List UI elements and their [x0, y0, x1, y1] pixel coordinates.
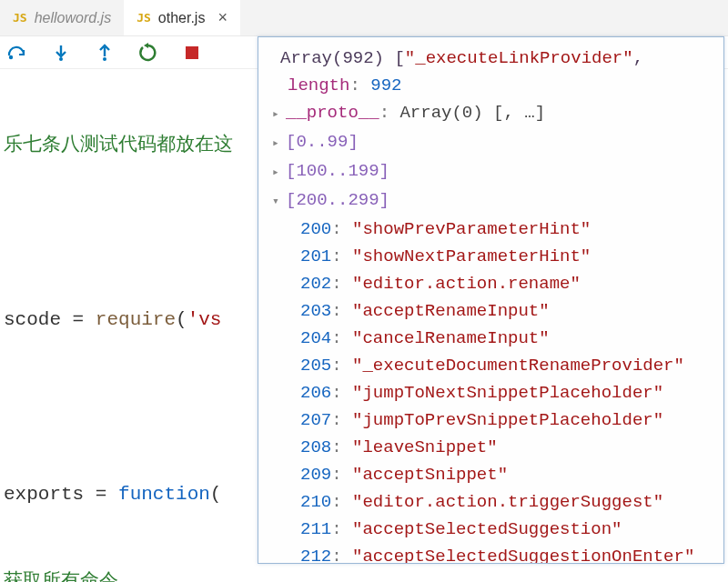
inspector-entry[interactable]: 204: "cancelRenameInput": [271, 325, 714, 352]
entry-value: "editor.action.rename": [352, 274, 581, 294]
inspector-entry[interactable]: 200: "showPrevParameterHint": [271, 216, 714, 243]
close-icon[interactable]: ×: [217, 8, 228, 27]
step-out-icon: [97, 44, 112, 62]
tab-other[interactable]: JS other.js ×: [124, 0, 240, 35]
entry-value: "jumpToNextSnippetPlaceholder": [352, 383, 663, 403]
entry-value: "acceptSnippet": [352, 465, 508, 485]
step-into-button[interactable]: [49, 41, 73, 65]
entry-index: 210: [300, 492, 331, 512]
inspector-entry[interactable]: 210: "editor.action.triggerSuggest": [271, 488, 714, 516]
restart-icon: [138, 43, 158, 63]
js-icon: JS: [13, 11, 27, 25]
svg-point-2: [59, 57, 63, 61]
restart-button[interactable]: [136, 41, 160, 65]
entry-value: "showNextParameterHint": [352, 246, 591, 266]
inspector-range[interactable]: [200..299]: [271, 186, 714, 216]
entry-value: "editor.action.triggerSuggest": [352, 492, 663, 512]
tab-label: helloword.js: [35, 10, 111, 26]
caret-icon: [271, 101, 280, 128]
entry-value: "_executeDocumentRenameProvider": [352, 356, 684, 376]
tab-helloword[interactable]: JS helloword.js: [0, 0, 124, 35]
entry-index: 212: [300, 547, 331, 564]
step-out-button[interactable]: [93, 41, 116, 65]
stop-icon: [186, 46, 198, 59]
tab-label: other.js: [158, 10, 206, 26]
js-icon: JS: [136, 11, 151, 25]
entry-value: "acceptSelectedSuggestionOnEnter": [352, 547, 694, 564]
inspector-range[interactable]: [0..99]: [271, 128, 714, 157]
entry-index: 211: [300, 519, 331, 539]
range-label: [100..199]: [286, 161, 389, 181]
entry-index: 200: [300, 219, 331, 239]
range-label: [0..99]: [286, 132, 359, 152]
entry-index: 208: [300, 437, 331, 457]
step-into-icon: [54, 44, 68, 62]
svg-point-0: [9, 55, 13, 58]
entry-index: 204: [300, 328, 331, 348]
entry-index: 205: [300, 356, 331, 376]
debug-inspector-popup[interactable]: Array(992) ["_executeLinkProvider", leng…: [258, 36, 724, 564]
inspector-entry[interactable]: 206: "jumpToNextSnippetPlaceholder": [271, 379, 714, 406]
entry-value: "cancelRenameInput": [352, 328, 550, 348]
editor-tabs: JS helloword.js JS other.js ×: [0, 0, 728, 36]
inspector-entry[interactable]: 209: "acceptSnippet": [271, 461, 714, 488]
entry-value: "acceptRenameInput": [352, 301, 550, 321]
inspector-entry[interactable]: 211: "acceptSelectedSuggestion": [271, 516, 714, 543]
caret-icon: [271, 188, 280, 216]
entry-value: "jumpToPrevSnippetPlaceholder": [352, 410, 663, 430]
inspector-header: Array(992) ["_executeLinkProvider",: [271, 45, 714, 72]
inspector-entry[interactable]: 201: "showNextParameterHint": [271, 243, 714, 270]
inspector-entry[interactable]: 208: "leaveSnippet": [271, 434, 714, 461]
step-over-icon: [7, 45, 27, 61]
inspector-entry[interactable]: 212: "acceptSelectedSuggestionOnEnter": [271, 543, 714, 564]
inspector-entry[interactable]: 205: "_executeDocumentRenameProvider": [271, 352, 714, 379]
inspector-proto[interactable]: __proto__: Array(0) [, …]: [271, 99, 714, 128]
inspector-range[interactable]: [100..199]: [271, 157, 714, 186]
stop-button[interactable]: [180, 41, 204, 65]
entry-index: 209: [300, 465, 331, 485]
entry-index: 207: [300, 410, 331, 430]
inspector-entry[interactable]: 207: "jumpToPrevSnippetPlaceholder": [271, 406, 714, 434]
inspector-entry[interactable]: 203: "acceptRenameInput": [271, 297, 714, 325]
entry-index: 203: [300, 301, 331, 321]
code-line: 获取所有命令: [0, 567, 728, 582]
inspector-entry[interactable]: 202: "editor.action.rename": [271, 270, 714, 297]
entry-value: "showPrevParameterHint": [352, 219, 591, 239]
entry-index: 201: [300, 246, 331, 266]
svg-point-4: [103, 57, 106, 61]
caret-icon: [271, 159, 280, 186]
range-label: [200..299]: [286, 190, 389, 210]
entry-value: "leaveSnippet": [352, 437, 498, 457]
entry-index: 202: [300, 274, 331, 294]
entry-index: 206: [300, 383, 331, 403]
entry-value: "acceptSelectedSuggestion": [352, 519, 622, 539]
step-over-button[interactable]: [5, 41, 29, 65]
inspector-length: length: 992: [271, 72, 714, 99]
caret-icon: [271, 130, 280, 157]
